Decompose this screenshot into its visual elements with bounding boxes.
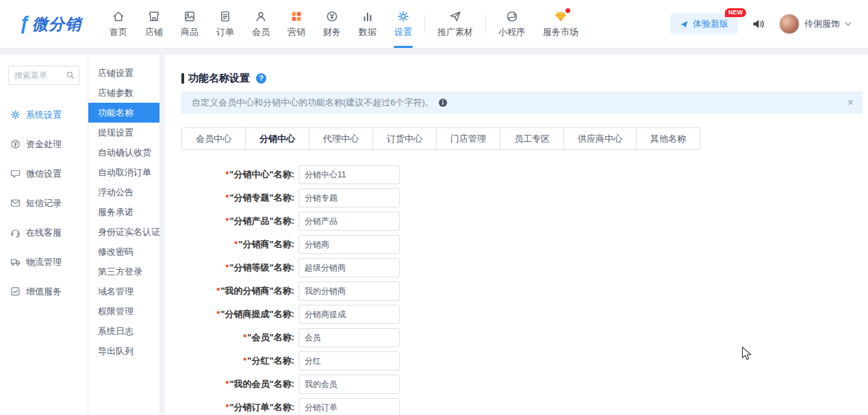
field-label: *"分销产品"名称:: [181, 215, 294, 227]
gear-icon: [397, 10, 409, 23]
nav-item-products[interactable]: 商品: [172, 0, 207, 48]
nav-item-members[interactable]: 会员: [243, 0, 279, 48]
page-title: 功能名称设置 ?: [181, 71, 868, 85]
submenu-item-withdraw-settings[interactable]: 提现设置: [88, 123, 159, 142]
tab-member-center[interactable]: 会员中心: [181, 127, 246, 150]
submenu-item-floating-notice[interactable]: 浮动公告: [88, 182, 159, 202]
tab-distribution-center[interactable]: 分销中心: [246, 127, 309, 150]
field-label: *"我的分销商"名称:: [181, 285, 294, 297]
sidebar-item-wechat-settings[interactable]: 微信设置: [0, 159, 88, 188]
submenu-item-id-verification[interactable]: 身份证实名认证: [88, 222, 159, 242]
nav-item-service-market[interactable]: 服务市场: [534, 0, 587, 48]
submenu-item-permission-management[interactable]: 权限管理: [88, 301, 159, 321]
field-label: *"我的会员"名称:: [181, 378, 294, 390]
help-icon[interactable]: ?: [256, 73, 266, 84]
chevron-down-icon: [845, 22, 852, 26]
trend-chart-icon: [10, 286, 21, 297]
distribution-center-name-input[interactable]: [298, 165, 400, 184]
distribution-topic-name-input[interactable]: [298, 188, 400, 208]
user-menu[interactable]: 伶俐服饰: [779, 14, 852, 34]
tab-agent-center[interactable]: 代理中心: [309, 127, 373, 150]
submenu-item-system-logs[interactable]: 系统日志: [88, 321, 159, 341]
field-label: *"分销商"名称:: [181, 238, 294, 251]
my-distributor-name-input[interactable]: [298, 281, 400, 301]
app-logo[interactable]: ƒ 微分销: [19, 13, 81, 35]
nav-item-mini-program[interactable]: 小程序: [489, 0, 534, 48]
sidebar-item-label: 系统设置: [26, 109, 62, 121]
sidebar-item-value-added-services[interactable]: 增值服务: [0, 277, 88, 306]
submenu-item-service-promise[interactable]: 服务承诺: [88, 202, 159, 222]
submenu-item-change-password[interactable]: 修改密码: [88, 242, 159, 262]
required-mark: *: [234, 239, 238, 249]
avatar: [779, 14, 800, 34]
info-icon[interactable]: [438, 98, 448, 108]
home-icon: [112, 10, 125, 23]
tab-store-management[interactable]: 门店管理: [437, 127, 500, 150]
nav-label: 财务: [323, 26, 341, 38]
service-market-gem-icon: [554, 10, 567, 23]
submenu-item-third-party-login[interactable]: 第三方登录: [88, 262, 159, 281]
secondary-sidebar: 店铺设置 店铺参数 功能名称 提现设置 自动确认收货 自动取消订单 浮动公告 服…: [88, 55, 159, 415]
try-new-version-button[interactable]: 体验新版 NEW: [670, 14, 738, 34]
member-name-input[interactable]: [298, 328, 400, 347]
nav-item-shop[interactable]: 店铺: [136, 0, 172, 48]
field-label: *"会员"名称:: [181, 331, 294, 344]
tab-staff-zone[interactable]: 员工专区: [500, 127, 564, 150]
nav-label: 数据: [359, 26, 376, 38]
field-label: *"分红"名称:: [181, 355, 294, 367]
sidebar-item-sms-records[interactable]: 短信记录: [0, 188, 88, 218]
close-icon[interactable]: ×: [847, 97, 854, 108]
page-title-text: 功能名称设置: [188, 72, 250, 85]
new-badge: NEW: [725, 8, 746, 17]
submenu-item-auto-cancel-order[interactable]: 自动取消订单: [88, 162, 159, 182]
submenu-item-export-queue[interactable]: 导出队列: [88, 341, 159, 361]
distribution-order-name-input[interactable]: [298, 398, 400, 415]
sidebar-item-label: 短信记录: [26, 197, 62, 210]
nav-item-settings[interactable]: 设置: [385, 0, 421, 48]
submenu-item-shop-settings[interactable]: 店铺设置: [88, 63, 159, 83]
marketing-icon: [290, 10, 303, 23]
nav-divider: [424, 14, 425, 34]
nav-label: 会员: [252, 26, 270, 38]
nav-label: 商品: [181, 26, 199, 38]
form-row: *"分销中心"名称:: [181, 165, 868, 184]
user-name: 伶俐服饰: [804, 18, 840, 30]
distribution-product-name-input[interactable]: [298, 212, 400, 231]
truck-icon: [10, 257, 21, 267]
submenu-item-auto-confirm-receipt[interactable]: 自动确认收货: [88, 142, 159, 162]
tab-other-names[interactable]: 其他名称: [637, 127, 700, 150]
nav-item-promo-materials[interactable]: 推广素材: [429, 0, 482, 48]
nav-label: 服务市场: [543, 26, 578, 38]
nav-item-finance[interactable]: 财务: [314, 0, 350, 48]
form-row: *"分销专题"名称:: [181, 188, 868, 208]
submenu-item-domain-management[interactable]: 域名管理: [88, 281, 159, 301]
form-row: *"会员"名称:: [181, 328, 868, 347]
distribution-level-name-input[interactable]: [298, 258, 400, 277]
mini-program-icon: [506, 10, 518, 23]
sidebar-item-system-settings[interactable]: 系统设置: [0, 100, 88, 129]
tab-supplier-center[interactable]: 供应商中心: [564, 127, 637, 150]
distributor-name-input[interactable]: [298, 235, 400, 254]
my-member-name-input[interactable]: [298, 375, 400, 394]
nav-item-home[interactable]: 首页: [101, 0, 136, 48]
shop-icon: [148, 10, 160, 23]
required-mark: *: [225, 192, 229, 203]
sidebar-item-fund-processing[interactable]: 资金处理: [0, 129, 88, 159]
form-row: *"分销商提成"名称:: [181, 305, 868, 324]
submenu-item-function-names[interactable]: 功能名称: [88, 103, 159, 123]
submenu-item-shop-params[interactable]: 店铺参数: [88, 83, 159, 103]
nav-item-orders[interactable]: 订单: [207, 0, 243, 48]
dividend-name-input[interactable]: [298, 351, 400, 370]
center-tabs: 会员中心 分销中心 代理中心 订货中心 门店管理 员工专区 供应商中心 其他名称: [181, 127, 868, 150]
speaker-icon[interactable]: [752, 18, 765, 30]
finance-icon: [326, 10, 338, 23]
sidebar-item-logistics[interactable]: 物流管理: [0, 247, 88, 277]
nav-item-marketing[interactable]: 营销: [279, 0, 314, 48]
distributor-commission-name-input[interactable]: [298, 305, 400, 324]
try-new-label: 体验新版: [693, 18, 728, 30]
nav-item-data[interactable]: 数据: [350, 0, 385, 48]
products-icon: [183, 10, 196, 23]
tab-order-center[interactable]: 订货中心: [373, 127, 437, 150]
field-label: *"分销专题"名称:: [181, 192, 294, 204]
sidebar-item-online-service[interactable]: 在线客服: [0, 218, 88, 247]
